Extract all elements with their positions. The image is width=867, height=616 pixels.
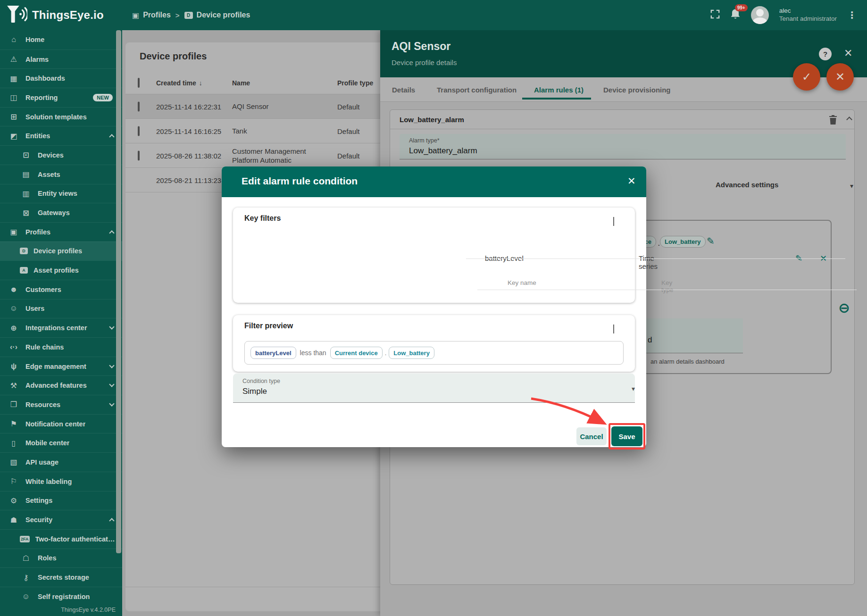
details-title: AQI Sensor (392, 40, 450, 53)
column-profile-type[interactable]: Profile type (337, 79, 373, 87)
fullscreen-icon[interactable] (710, 9, 720, 21)
panel-close-icon[interactable]: ✕ (844, 47, 852, 59)
breadcrumb-profiles[interactable]: ▣ Profiles (132, 11, 171, 20)
sidebar-item-label: Self registration (38, 593, 90, 600)
pagination-bar (125, 587, 380, 611)
sidebar-item-security[interactable]: ☗Security (0, 510, 122, 529)
avatar[interactable] (751, 6, 769, 24)
user-role: Tenant administrator (779, 15, 837, 23)
sidebar-item-dashboards[interactable]: ▦Dashboards (0, 68, 122, 88)
sidebar-item-two-factor-authentication[interactable]: 2FATwo-factor authenticati… (0, 529, 122, 549)
sidebar-item-home[interactable]: ⌂Home (0, 30, 122, 50)
key-filters-collapse-icon[interactable] (613, 217, 614, 225)
secrets-storage-icon: ⚷ (20, 573, 32, 582)
sidebar-item-settings[interactable]: ⚙Settings (0, 491, 122, 510)
sidebar-item-integrations-center[interactable]: ⊕Integrations center (0, 318, 122, 337)
row-checkbox[interactable] (138, 101, 140, 111)
sidebar-item-entity-views[interactable]: ▥Entity views (0, 184, 122, 203)
cell-name: AQI Sensor (232, 102, 324, 111)
dashboard-input-value: d (648, 335, 652, 345)
sidebar-item-alarms[interactable]: ⚠Alarms (0, 50, 122, 69)
sidebar-item-gateways[interactable]: ⊠Gateways (0, 203, 122, 222)
sidebar-item-label: Device profiles (33, 247, 82, 255)
sidebar-item-assets[interactable]: ▤Assets (0, 165, 122, 184)
new-badge: NEW (93, 94, 113, 101)
filter-preview-collapse-icon[interactable] (613, 325, 614, 333)
sidebar-item-entities[interactable]: ◩Entities (0, 126, 122, 145)
table-row[interactable]: 2025-08-26 11:38:02Customer Management P… (125, 143, 380, 168)
sidebar-item-users[interactable]: ☺Users (0, 299, 122, 318)
user-name: alec (779, 7, 837, 15)
sidebar-item-label: Roles (38, 554, 57, 562)
breadcrumb: ▣ Profiles > D Device profiles (132, 11, 250, 20)
sidebar-item-mobile-center[interactable]: ▯Mobile center (0, 433, 122, 452)
sidebar-item-edge-management[interactable]: ψEdge management (0, 357, 122, 376)
alarm-type-field[interactable]: Alarm type* Low_battery_alarm (400, 134, 846, 159)
apply-changes-fab[interactable]: ✓ (793, 63, 820, 91)
app-logo[interactable]: ThingsEye.io (0, 5, 118, 25)
row-checkbox[interactable] (138, 126, 140, 136)
filter-entity-chip[interactable]: Current device (330, 347, 383, 359)
sidebar-item-label: Assets (38, 171, 60, 178)
sidebar-item-rule-chains[interactable]: ‹·›Rule chains (0, 337, 122, 357)
sidebar-item-devices[interactable]: ⊡Devices (0, 145, 122, 165)
user-info[interactable]: alec Tenant administrator (779, 7, 837, 23)
sidebar-item-white-labeling[interactable]: ⚐White labeling (0, 472, 122, 491)
sidebar-item-asset-profiles[interactable]: AAsset profiles (0, 260, 122, 280)
cell-profile-type: Default (337, 102, 360, 110)
help-icon[interactable]: ? (819, 48, 832, 60)
table-row[interactable]: 2025-11-14 16:22:31AQI SensorDefault (125, 94, 380, 119)
sidebar-item-self-registration[interactable]: ☺Self registration (0, 587, 122, 606)
tab-details[interactable]: Details (392, 77, 415, 102)
edge-management-icon: ψ (8, 362, 20, 371)
key-type-column: Key type (661, 279, 674, 293)
collapse-alarm-icon[interactable] (847, 117, 851, 122)
sidebar-item-label: Edge management (25, 363, 86, 370)
dashboards-icon: ▦ (8, 74, 20, 83)
sidebar-item-advanced-features[interactable]: ⚒Advanced features (0, 375, 122, 395)
top-bar: ThingsEye.io ▣ Profiles > D Device profi… (0, 0, 867, 30)
sidebar-item-notification-center[interactable]: ⚑Notification center (0, 414, 122, 433)
dialog-close-icon[interactable]: ✕ (627, 175, 636, 187)
edit-condition-icon[interactable]: ✎ (707, 235, 715, 247)
chevron-down-icon (109, 324, 114, 329)
filter-value-chip[interactable]: Low_battery (389, 347, 434, 359)
sidebar-item-resources[interactable]: ❒Resources (0, 395, 122, 414)
column-name[interactable]: Name (232, 79, 324, 87)
assets-icon: ▤ (20, 170, 32, 179)
sidebar-item-profiles[interactable]: ▣Profiles (0, 222, 122, 241)
sidebar-item-device-profiles[interactable]: DDevice profiles (0, 241, 122, 261)
remove-condition-icon[interactable]: ⊖ (838, 300, 850, 316)
sidebar-scrollbar[interactable] (116, 30, 121, 553)
discard-changes-fab[interactable]: ✕ (826, 63, 854, 91)
device-profiles-icon: D (20, 248, 28, 254)
sidebar-item-secrets-storage[interactable]: ⚷Secrets storage (0, 567, 122, 587)
advanced-settings-toggle[interactable]: Advanced settings (716, 181, 778, 189)
active-tab-underline (522, 98, 591, 100)
row-checkbox[interactable] (138, 150, 140, 160)
sort-desc-icon: ↓ (199, 79, 202, 87)
sidebar-item-label: Asset profiles (33, 266, 79, 274)
sidebar-item-reporting[interactable]: ◫ReportingNEW (0, 88, 122, 107)
low-battery-chip[interactable]: Low_battery (660, 236, 706, 248)
sidebar-item-label: Reporting (25, 94, 58, 101)
more-menu-icon[interactable]: ⋮ (847, 9, 857, 21)
delete-alarm-icon[interactable] (828, 115, 838, 127)
sidebar-item-solution-templates[interactable]: ⊞Solution templates (0, 107, 122, 126)
alarm-rule-name: Low_battery_alarm (400, 116, 464, 124)
table-row[interactable]: 2025-11-14 16:16:25TankDefault (125, 119, 380, 143)
entities-icon: ◩ (8, 132, 20, 141)
breadcrumb-device-profiles[interactable]: D Device profiles (184, 11, 250, 19)
sidebar-item-customers[interactable]: ☻Customers (0, 280, 122, 299)
filter-preview-heading: Filter preview (244, 322, 293, 330)
notifications-bell-icon[interactable]: 99+ (730, 8, 741, 22)
tab-transport-configuration[interactable]: Transport configuration (437, 77, 517, 102)
column-created-time[interactable]: Created time↓ (156, 79, 202, 87)
filter-key-chip[interactable]: batteryLevel (250, 347, 296, 359)
sidebar-item-roles[interactable]: ☖Roles (0, 549, 122, 568)
two-factor-authentication-icon: 2FA (20, 536, 30, 542)
key-filter-type: Time series (639, 254, 658, 270)
tab-device-provisioning[interactable]: Device provisioning (603, 77, 671, 102)
select-all-checkbox[interactable] (138, 78, 140, 88)
sidebar-item-api-usage[interactable]: ▧API usage (0, 452, 122, 472)
